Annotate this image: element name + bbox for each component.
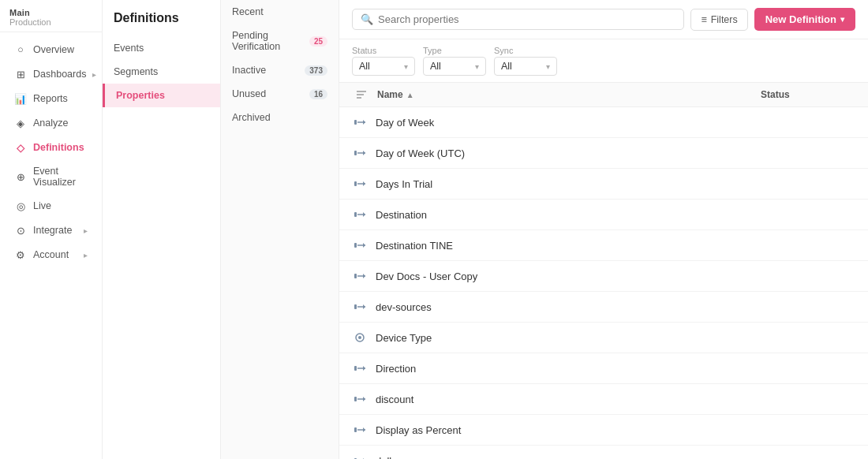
sub-panel-inactive-badge: 373 (305, 65, 327, 76)
filter-sync-select[interactable]: All ▾ (494, 57, 557, 76)
second-panel-nav: Events Segments Properties (103, 33, 220, 110)
row-name: Direction (376, 363, 761, 375)
property-line-icon (352, 237, 368, 253)
search-input[interactable] (378, 13, 675, 25)
table-row[interactable]: Direction (339, 353, 868, 384)
sidebar-item-definitions[interactable]: ◇ Definitions (5, 136, 97, 159)
row-name: Display as Percent (376, 424, 761, 436)
sidebar-item-live[interactable]: ◎ Live (5, 194, 97, 218)
table-col-name-label: Name (377, 89, 403, 100)
dashboards-icon: ⊞ (14, 68, 27, 80)
sidebar-sub-label: Production (9, 17, 92, 27)
sub-panel-item-archived[interactable]: Archived (221, 106, 339, 129)
overview-icon: ○ (14, 43, 27, 56)
table-row[interactable]: Day of Week (UTC) (339, 138, 868, 169)
sub-panel-pending-label: Pending Verification (232, 30, 309, 52)
table-col-name[interactable]: Name ▲ (377, 89, 761, 100)
second-panel-item-segments[interactable]: Segments (103, 60, 220, 84)
sub-panel-pending-badge: 25 (309, 36, 327, 47)
row-name: Destination TINE (376, 240, 761, 252)
search-box[interactable]: 🔍 (352, 9, 684, 30)
table-row[interactable]: Day of Week (339, 107, 868, 138)
sort-asc-icon: ▲ (406, 91, 414, 99)
sidebar-item-label: Definitions (33, 142, 84, 153)
property-line-icon (352, 360, 368, 376)
sub-panel-item-recent[interactable]: Recent (221, 0, 339, 24)
row-name: dev-sources (376, 301, 761, 313)
sub-panel-archived-label: Archived (232, 112, 271, 123)
sidebar-item-dashboards[interactable]: ⊞ Dashboards ▸ (5, 62, 97, 86)
table-row[interactable]: Display as Percent (339, 415, 868, 446)
sidebar-item-label: Dashboards (33, 69, 86, 80)
table-row[interactable]: Destination TINE (339, 230, 868, 261)
svg-rect-18 (354, 274, 357, 278)
svg-rect-26 (354, 366, 357, 371)
account-icon: ⚙ (14, 248, 27, 261)
property-line-icon (352, 114, 368, 130)
search-icon: 🔍 (361, 13, 373, 25)
filters-icon: ≡ (701, 14, 706, 25)
second-panel-properties-label: Properties (116, 90, 165, 101)
filters-button[interactable]: ≡ Filters (690, 9, 747, 31)
sub-panel-item-pending[interactable]: Pending Verification 25 (221, 24, 339, 58)
second-panel-segments-label: Segments (114, 66, 158, 77)
second-panel: Definitions Events Segments Properties (103, 0, 221, 459)
reports-icon: 📊 (14, 92, 27, 105)
table-row[interactable]: Days In Trial (339, 169, 868, 200)
filter-group-type: Type All ▾ (423, 46, 486, 76)
table-row[interactable]: Device Type (339, 323, 868, 353)
svg-rect-32 (354, 427, 357, 432)
filter-status-chevron: ▾ (404, 62, 408, 71)
sidebar-item-label: Overview (33, 44, 74, 55)
property-line-icon (352, 299, 368, 315)
filter-type-value: All (430, 61, 441, 72)
sidebar-header: Main Production (0, 0, 102, 32)
new-definition-label: New Definition (765, 13, 836, 25)
property-circle-icon (352, 330, 368, 345)
svg-marker-31 (363, 397, 365, 401)
table-row[interactable]: Dev Docs - User Copy (339, 261, 868, 292)
property-line-icon (352, 453, 368, 459)
svg-rect-21 (354, 304, 357, 309)
filter-status-select[interactable]: All ▾ (352, 57, 415, 76)
svg-marker-23 (363, 304, 365, 309)
sidebar-item-label: Reports (33, 93, 68, 104)
property-line-icon (352, 422, 368, 438)
svg-marker-17 (363, 243, 365, 248)
sidebar-nav: ○ Overview ⊞ Dashboards ▸ 📊 Reports ◈ An… (0, 32, 102, 459)
filter-type-chevron: ▾ (475, 62, 479, 71)
second-panel-item-events[interactable]: Events (103, 36, 220, 60)
table-row[interactable]: dollars (339, 446, 868, 459)
filter-bar: Status All ▾ Type All ▾ Sync All ▾ (339, 39, 868, 83)
svg-rect-3 (354, 120, 357, 125)
filter-sync-value: All (501, 61, 512, 72)
sidebar-item-account[interactable]: ⚙ Account ▸ (5, 243, 97, 267)
sub-panel-item-unused[interactable]: Unused 16 (221, 82, 339, 106)
sidebar-item-event-visualizer[interactable]: ⊕ Event Visualizer (5, 160, 97, 193)
sidebar-item-analyze[interactable]: ◈ Analyze (5, 111, 97, 135)
row-name: Device Type (376, 332, 761, 344)
row-name: Dev Docs - User Copy (376, 271, 761, 282)
sidebar-item-reports[interactable]: 📊 Reports (5, 87, 97, 110)
row-name: dollars (376, 455, 761, 460)
table-row[interactable]: Destination (339, 200, 868, 230)
sort-icon (352, 89, 371, 100)
svg-marker-20 (363, 274, 365, 278)
property-line-icon (352, 268, 368, 284)
table-row[interactable]: dev-sources (339, 292, 868, 323)
sub-panel: Recent Pending Verification 25 Inactive … (221, 0, 339, 459)
new-definition-button[interactable]: New Definition ▾ (754, 8, 855, 31)
second-panel-item-properties[interactable]: Properties (103, 84, 220, 107)
main-toolbar: 🔍 ≡ Filters New Definition ▾ (339, 0, 868, 39)
sidebar-item-overview[interactable]: ○ Overview (5, 38, 97, 62)
property-line-icon (352, 207, 368, 222)
expand-icon: ▸ (84, 251, 88, 259)
sub-panel-item-inactive[interactable]: Inactive 373 (221, 58, 339, 82)
filter-type-select[interactable]: All ▾ (423, 57, 486, 76)
filters-label: Filters (711, 14, 738, 25)
table-row[interactable]: discount (339, 384, 868, 415)
filter-status-label: Status (352, 46, 415, 55)
svg-marker-34 (363, 427, 365, 432)
svg-point-25 (358, 336, 361, 339)
sidebar-item-integrate[interactable]: ⊙ Integrate ▸ (5, 218, 97, 242)
